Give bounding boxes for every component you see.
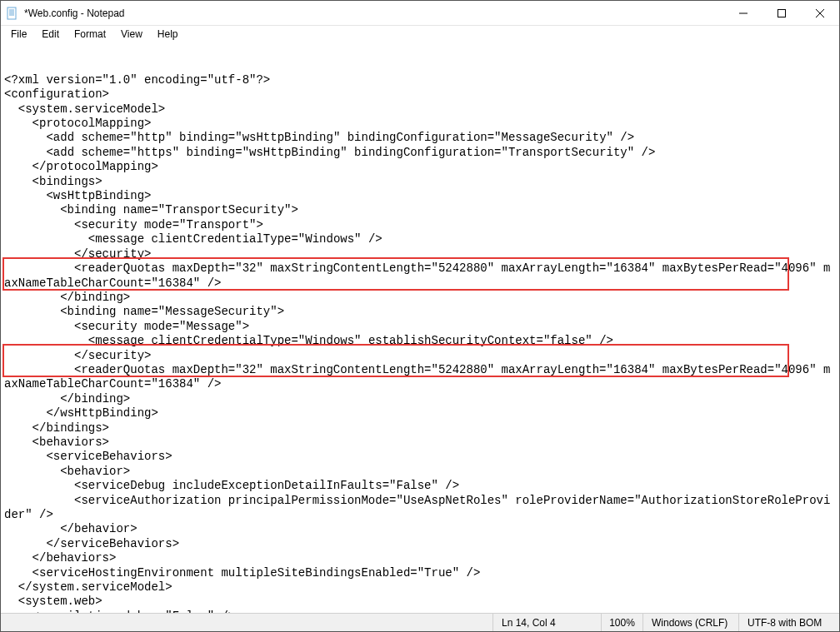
menu-edit[interactable]: Edit: [35, 27, 66, 42]
menubar: File Edit Format View Help: [1, 26, 839, 42]
titlebar-left: *Web.config - Notepad: [6, 7, 125, 20]
minimize-button[interactable]: [724, 1, 762, 26]
window-title: *Web.config - Notepad: [24, 7, 125, 19]
titlebar: *Web.config - Notepad: [1, 1, 839, 26]
menu-help[interactable]: Help: [151, 27, 185, 42]
editor-content[interactable]: <?xml version="1.0" encoding="utf-8"?> <…: [4, 73, 836, 613]
status-zoom: 100%: [602, 614, 643, 631]
menu-file[interactable]: File: [4, 27, 33, 42]
status-position: Ln 14, Col 4: [493, 614, 602, 631]
text-editor[interactable]: <?xml version="1.0" encoding="utf-8"?> <…: [1, 42, 839, 613]
notepad-icon: [6, 7, 19, 20]
status-eol: Windows (CRLF): [643, 614, 739, 631]
menu-format[interactable]: Format: [68, 27, 112, 42]
svg-rect-6: [778, 9, 786, 17]
statusbar: Ln 14, Col 4 100% Windows (CRLF) UTF-8 w…: [1, 613, 839, 631]
status-encoding: UTF-8 with BOM: [739, 614, 839, 631]
window-controls: [724, 1, 839, 26]
menu-view[interactable]: View: [114, 27, 149, 42]
close-button[interactable]: [801, 1, 839, 26]
status-spacer: [1, 614, 493, 631]
maximize-button[interactable]: [762, 1, 801, 26]
